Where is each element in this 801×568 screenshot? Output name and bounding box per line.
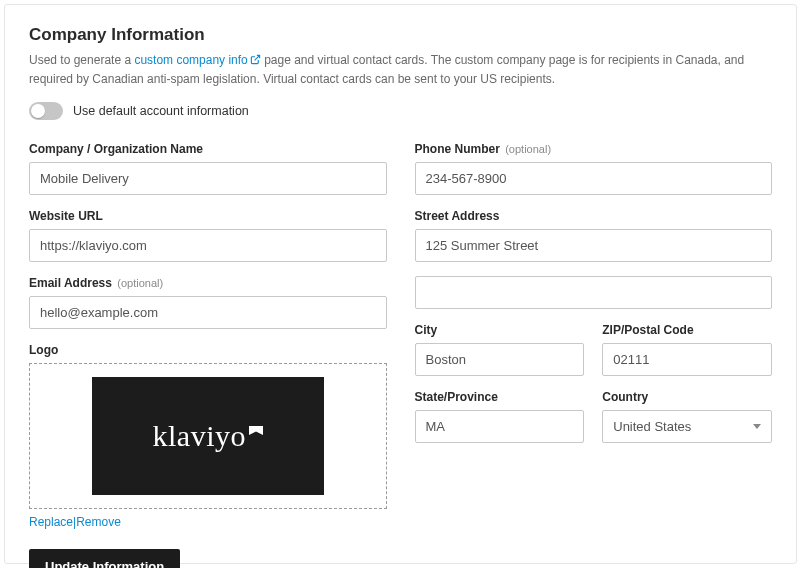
website-input[interactable]: [29, 229, 387, 262]
toggle-knob: [31, 104, 45, 118]
section-title: Company Information: [29, 25, 772, 45]
phone-label: Phone Number (optional): [415, 142, 773, 156]
default-account-toggle[interactable]: [29, 102, 63, 120]
email-input[interactable]: [29, 296, 387, 329]
company-label: Company / Organization Name: [29, 142, 387, 156]
custom-company-info-link[interactable]: custom company info: [134, 53, 260, 67]
form-columns: Company / Organization Name Website URL …: [29, 142, 772, 568]
logo-remove-link[interactable]: Remove: [76, 515, 121, 529]
country-value: United States: [613, 419, 691, 434]
logo-image: klaviyo: [92, 377, 324, 495]
logo-dropzone[interactable]: klaviyo: [29, 363, 387, 509]
country-label: Country: [602, 390, 772, 404]
company-input[interactable]: [29, 162, 387, 195]
website-label: Website URL: [29, 209, 387, 223]
chevron-down-icon: [753, 424, 761, 429]
logo-actions: Replace|Remove: [29, 515, 387, 529]
logo-label: Logo: [29, 343, 387, 357]
right-column: Phone Number (optional) Street Address C…: [415, 142, 773, 568]
logo-brand-text: klaviyo: [153, 419, 264, 453]
country-select[interactable]: United States: [602, 410, 772, 443]
street-label: Street Address: [415, 209, 773, 223]
logo-flag-icon: [249, 426, 263, 440]
zip-input[interactable]: [602, 343, 772, 376]
city-label: City: [415, 323, 585, 337]
street-input[interactable]: [415, 229, 773, 262]
street2-input[interactable]: [415, 276, 773, 309]
optional-hint: (optional): [505, 143, 551, 155]
update-information-button[interactable]: Update Information: [29, 549, 180, 568]
svg-line-0: [254, 55, 259, 60]
toggle-label: Use default account information: [73, 104, 249, 118]
external-link-icon: [250, 52, 261, 70]
state-input[interactable]: [415, 410, 585, 443]
city-input[interactable]: [415, 343, 585, 376]
left-column: Company / Organization Name Website URL …: [29, 142, 387, 568]
email-label: Email Address (optional): [29, 276, 387, 290]
company-information-card: Company Information Used to generate a c…: [4, 4, 797, 564]
zip-label: ZIP/Postal Code: [602, 323, 772, 337]
logo-replace-link[interactable]: Replace: [29, 515, 73, 529]
section-description: Used to generate a custom company info p…: [29, 51, 772, 88]
state-label: State/Province: [415, 390, 585, 404]
desc-pre: Used to generate a: [29, 53, 134, 67]
optional-hint: (optional): [117, 277, 163, 289]
default-account-toggle-row: Use default account information: [29, 102, 772, 120]
phone-input[interactable]: [415, 162, 773, 195]
